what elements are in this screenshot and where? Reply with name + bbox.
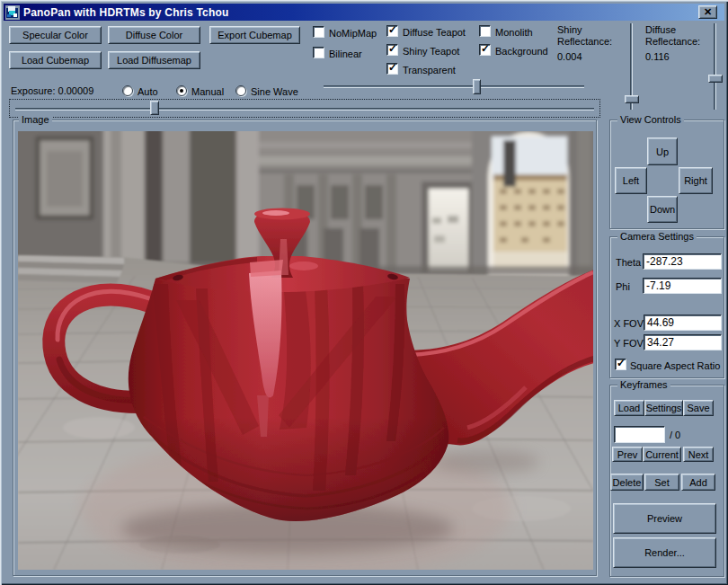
kf-add-label: Add <box>689 477 707 488</box>
diffuse-reflectance-slider-thumb[interactable] <box>708 75 723 83</box>
view-up-label: Up <box>656 146 669 157</box>
radio-manual[interactable] <box>176 85 187 96</box>
diffuse-reflectance-value: 0.116 <box>645 51 670 62</box>
kf-add-button[interactable]: Add <box>681 474 715 491</box>
diffuse-reflectance-slider-track[interactable] <box>714 23 716 110</box>
window-title: PanoPan with HDRTMs by Chris Tchou <box>23 6 229 19</box>
camera-settings-label: Camera Settings <box>617 231 697 242</box>
exposure-slider[interactable] <box>9 99 600 118</box>
view-controls-label: View Controls <box>617 114 684 125</box>
view-up-button[interactable]: Up <box>647 137 678 165</box>
exposure-label: Exposure: 0.00009 <box>11 85 93 96</box>
checkbox-monolith[interactable] <box>479 25 491 37</box>
kf-next-button[interactable]: Next <box>683 447 714 462</box>
radio-manual-label: Manual <box>191 86 224 97</box>
exposure-slider-thumb[interactable] <box>150 101 159 115</box>
kf-set-label: Set <box>654 477 670 488</box>
checkbox-background-label: Background <box>495 46 548 57</box>
load-cubemap-button[interactable]: Load Cubemap <box>9 51 102 69</box>
export-cubemap-label: Export Cubemap <box>218 30 292 40</box>
close-button[interactable]: ✕ <box>698 5 717 19</box>
specular-color-label: Specular Color <box>22 30 88 40</box>
yfov-label: Y FOV <box>614 338 644 349</box>
shiny-horizontal-slider-thumb[interactable] <box>473 79 481 94</box>
radio-auto[interactable] <box>122 85 133 96</box>
render-button[interactable]: Render... <box>613 537 716 568</box>
kf-prev-label: Prev <box>617 449 638 460</box>
kf-current-button[interactable]: Current <box>643 447 681 462</box>
close-icon: ✕ <box>704 6 712 18</box>
load-diffusemap-button[interactable]: Load Diffusemap <box>108 51 200 69</box>
load-diffusemap-label: Load Diffusemap <box>117 55 191 66</box>
diffuse-reflectance-slider[interactable] <box>707 23 724 110</box>
kf-next-label: Next <box>688 449 709 460</box>
image-group-label: Image <box>19 114 52 125</box>
theta-label: Theta <box>616 257 641 268</box>
kf-save-label: Save <box>687 403 709 413</box>
shiny-reflectance-slider[interactable] <box>624 23 640 110</box>
kf-set-button[interactable]: Set <box>644 474 679 491</box>
app-window: PanoPan with HDRTMs by Chris Tchou ✕ Spe… <box>0 0 728 585</box>
exposure-slider-track[interactable] <box>15 108 594 111</box>
square-aspect-label: Square Aspect Ratio <box>630 360 720 371</box>
view-down-label: Down <box>650 204 675 215</box>
view-right-button[interactable]: Right <box>679 167 713 194</box>
keyframes-group: Keyframes Load Settings Save / 0 Prev Cu… <box>609 385 724 577</box>
phi-label: Phi <box>616 281 630 292</box>
camera-settings-group: Camera Settings Theta Phi X FOV Y FOV Sq… <box>609 236 724 378</box>
view-controls-group: View Controls Up Left Right Down <box>609 120 724 229</box>
spout-shadow <box>431 450 539 474</box>
diffuse-color-button[interactable]: Diffuse Color <box>108 26 200 44</box>
checkbox-shiny-teapot-label: Shiny Teapot <box>403 46 459 57</box>
checkbox-square-aspect[interactable] <box>615 359 626 370</box>
checkbox-shiny-teapot[interactable] <box>386 44 398 56</box>
preview-label: Preview <box>647 513 682 524</box>
checkbox-transparent-label: Transparent <box>403 65 456 75</box>
keyframes-label: Keyframes <box>617 379 670 390</box>
kf-current-label: Current <box>645 449 679 460</box>
kf-counter-suffix: / 0 <box>670 430 680 440</box>
kf-save-button[interactable]: Save <box>683 400 714 416</box>
checkbox-background[interactable] <box>479 44 491 56</box>
shiny-horizontal-slider-track[interactable] <box>324 85 584 88</box>
kf-load-button[interactable]: Load <box>614 400 644 416</box>
xfov-field[interactable] <box>644 315 722 331</box>
kf-counter-field[interactable] <box>614 426 665 443</box>
xfov-label: X FOV <box>614 318 644 329</box>
preview-button[interactable]: Preview <box>613 503 716 534</box>
checkbox-nomipmap[interactable] <box>313 26 324 38</box>
load-cubemap-label: Load Cubemap <box>22 55 89 66</box>
app-icon <box>5 5 20 20</box>
shiny-reflectance-value: 0.004 <box>557 51 582 62</box>
kf-prev-button[interactable]: Prev <box>612 447 643 462</box>
shiny-reflectance-slider-thumb[interactable] <box>625 95 639 103</box>
checkbox-diffuse-teapot[interactable] <box>386 25 398 37</box>
kf-load-label: Load <box>618 403 640 413</box>
radio-auto-label: Auto <box>138 86 158 97</box>
shiny-reflectance-label: Shiny Reflectance: <box>557 24 622 48</box>
checkbox-bilinear[interactable] <box>313 47 324 58</box>
kf-settings-label: Settings <box>646 403 682 413</box>
theta-field[interactable] <box>643 253 722 270</box>
export-cubemap-button[interactable]: Export Cubemap <box>209 26 300 44</box>
specular-color-button[interactable]: Specular Color <box>9 26 102 44</box>
phi-field[interactable] <box>643 278 722 294</box>
diffuse-reflectance-label: Diffuse Reflectance: <box>645 24 717 48</box>
shiny-horizontal-slider[interactable] <box>320 79 588 95</box>
render-image[interactable] <box>18 131 593 570</box>
title-bar[interactable]: PanoPan with HDRTMs by Chris Tchou ✕ <box>4 4 724 21</box>
kf-settings-button[interactable]: Settings <box>644 400 683 416</box>
checkbox-diffuse-teapot-label: Diffuse Teapot <box>403 27 466 38</box>
yfov-field[interactable] <box>644 334 722 350</box>
checkbox-transparent[interactable] <box>386 63 398 75</box>
render-label: Render... <box>644 547 685 558</box>
radio-sine-wave-label: Sine Wave <box>251 86 298 97</box>
view-left-button[interactable]: Left <box>615 167 647 194</box>
radio-sine-wave[interactable] <box>235 85 246 96</box>
kf-delete-button[interactable]: Delete <box>610 474 644 491</box>
kf-delete-label: Delete <box>613 477 642 488</box>
checkbox-nomipmap-label: NoMipMap <box>329 28 377 39</box>
view-down-button[interactable]: Down <box>647 196 678 223</box>
view-right-label: Right <box>684 175 707 186</box>
checkbox-monolith-label: Monolith <box>495 27 533 38</box>
